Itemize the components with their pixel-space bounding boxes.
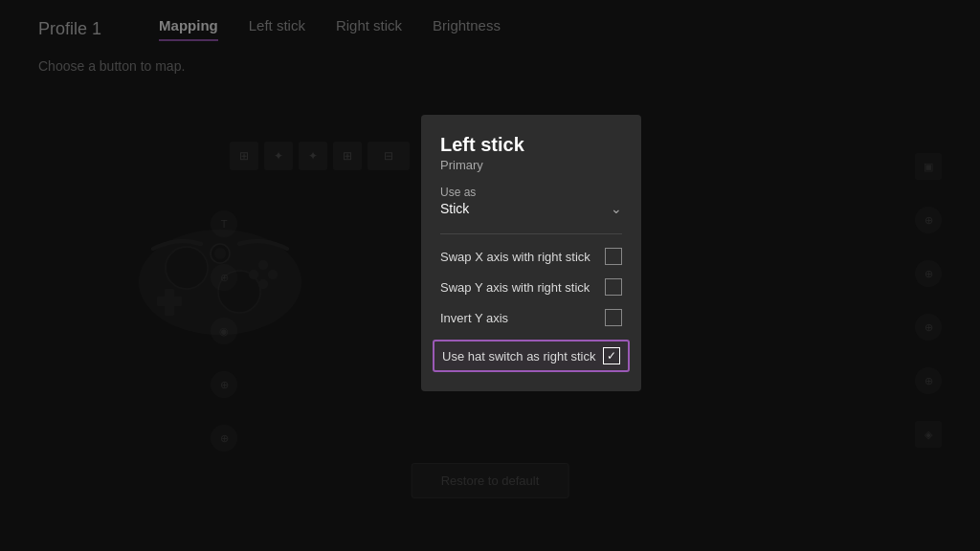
modal-divider [440, 233, 622, 234]
chevron-down-icon: ⌄ [611, 201, 622, 216]
swap-x-checkbox[interactable] [605, 248, 622, 265]
invert-y-label: Invert Y axis [440, 311, 508, 325]
swap-y-checkbox[interactable] [605, 278, 622, 296]
option-swap-y[interactable]: Swap Y axis with right stick [440, 278, 622, 296]
modal-title: Left stick [440, 134, 622, 156]
option-invert-y[interactable]: Invert Y axis [440, 309, 622, 326]
modal-left-stick: Left stick Primary Use as Stick ⌄ Swap X… [421, 115, 641, 391]
use-as-label: Use as [440, 186, 622, 199]
hat-switch-label: Use hat switch as right stick [442, 349, 595, 364]
swap-x-label: Swap X axis with right stick [440, 250, 590, 264]
option-swap-x[interactable]: Swap X axis with right stick [440, 248, 622, 265]
option-hat-switch[interactable]: Use hat switch as right stick ✓ [433, 340, 630, 372]
hat-switch-checkbox[interactable]: ✓ [603, 347, 620, 364]
modal-primary-label: Primary [440, 158, 622, 172]
use-as-dropdown[interactable]: Stick ⌄ [440, 201, 622, 216]
use-as-value: Stick [440, 201, 469, 216]
invert-y-checkbox[interactable] [605, 309, 622, 326]
swap-y-label: Swap Y axis with right stick [440, 280, 590, 295]
